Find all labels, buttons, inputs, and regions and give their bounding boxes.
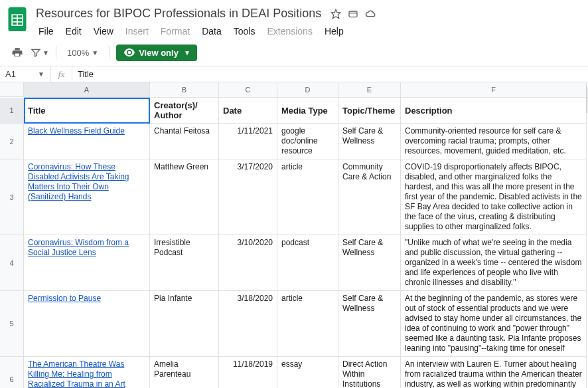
toolbar-separator bbox=[56, 46, 56, 59]
doc-title[interactable]: Resources for BIPOC Professionals in DEA… bbox=[33, 5, 324, 22]
menubar: File Edit View Insert Format Data Tools … bbox=[33, 23, 583, 39]
cell-F3[interactable]: COVID-19 disproportionately affects BIPO… bbox=[401, 159, 587, 235]
filter-icon bbox=[31, 47, 41, 58]
name-box[interactable]: A1 bbox=[0, 69, 32, 79]
cell-F2[interactable]: Community-oriented resource for self car… bbox=[401, 124, 587, 159]
print-icon bbox=[11, 47, 23, 58]
star-icon[interactable] bbox=[331, 9, 341, 19]
name-fx-bar: A1 ▼ fx Title bbox=[0, 66, 588, 82]
cell-C1[interactable]: Date bbox=[219, 98, 277, 124]
cell-E6[interactable]: Direct Action Within Institutions bbox=[338, 357, 401, 388]
cell-C6[interactable]: 11/18/2019 bbox=[219, 357, 277, 388]
row-header-6[interactable]: 6 bbox=[0, 357, 24, 388]
cell-E5[interactable]: Self Care & Wellness bbox=[338, 291, 401, 357]
col-header-b[interactable]: B bbox=[150, 82, 219, 98]
fx-label: fx bbox=[50, 66, 72, 82]
cell-E3[interactable]: Community Care & Action bbox=[338, 159, 401, 235]
cell-D4[interactable]: podcast bbox=[277, 235, 338, 291]
svg-marker-5 bbox=[332, 9, 340, 18]
row-header-4[interactable]: 4 bbox=[0, 235, 24, 291]
svg-rect-6 bbox=[349, 11, 357, 17]
col-header-e[interactable]: E bbox=[338, 82, 401, 98]
col-header-d[interactable]: D bbox=[277, 82, 338, 98]
link[interactable]: Permission to Pause bbox=[28, 294, 101, 303]
cell-B2[interactable]: Chantal Feitosa bbox=[150, 124, 219, 159]
cell-A5[interactable]: Permission to Pause bbox=[24, 291, 150, 357]
cell-F1[interactable]: Description bbox=[401, 98, 587, 124]
cell-B4[interactable]: Irresistible Podcast bbox=[150, 235, 219, 291]
cell-F6[interactable]: An interview with Lauren E. Turner about… bbox=[401, 357, 587, 388]
eye-icon bbox=[124, 48, 135, 56]
link[interactable]: The American Theatre Was Killing Me: Hea… bbox=[28, 359, 125, 388]
row-header-1[interactable]: 1 bbox=[0, 98, 24, 124]
cell-C5[interactable]: 3/18/2020 bbox=[219, 291, 277, 357]
print-button[interactable] bbox=[8, 43, 27, 62]
cell-D3[interactable]: article bbox=[277, 159, 338, 235]
cell-B6[interactable]: Amelia Parenteau bbox=[150, 357, 219, 388]
chevron-down-icon: ▼ bbox=[92, 49, 98, 56]
menu-extensions: Extensions bbox=[261, 23, 317, 39]
menu-insert: Insert bbox=[120, 23, 154, 39]
col-header-f[interactable]: F bbox=[401, 82, 587, 98]
cell-F5[interactable]: At the beginning of the pandemic, as sto… bbox=[401, 291, 587, 357]
row-header-5[interactable]: 5 bbox=[0, 291, 24, 357]
cell-B3[interactable]: Matthew Green bbox=[150, 159, 219, 235]
menu-file[interactable]: File bbox=[33, 23, 59, 39]
title-area: Resources for BIPOC Professionals in DEA… bbox=[33, 4, 583, 39]
cell-D5[interactable]: article bbox=[277, 291, 338, 357]
cloud-status-icon[interactable] bbox=[365, 9, 377, 19]
cell-A1[interactable]: Title bbox=[24, 98, 150, 124]
cell-A6[interactable]: The American Theatre Was Killing Me: Hea… bbox=[24, 357, 150, 388]
cell-A3[interactable]: Coronavirus: How These Disabled Activist… bbox=[24, 159, 150, 235]
name-box-dropdown[interactable]: ▼ bbox=[32, 70, 50, 78]
view-only-label: View only bbox=[139, 48, 179, 58]
menu-format: Format bbox=[155, 23, 195, 39]
zoom-dropdown[interactable]: 100% ▼ bbox=[63, 45, 102, 60]
cell-B1[interactable]: Creator(s)/ Author bbox=[150, 98, 219, 124]
cell-C3[interactable]: 3/17/2020 bbox=[219, 159, 277, 235]
view-only-button[interactable]: View only ▼ bbox=[116, 45, 197, 61]
menu-help[interactable]: Help bbox=[319, 23, 349, 39]
link[interactable]: Coronavirus: How These Disabled Activist… bbox=[28, 162, 129, 201]
toolbar: ▼ 100% ▼ View only ▼ bbox=[0, 39, 588, 66]
toolbar-separator bbox=[109, 46, 110, 59]
cell-E2[interactable]: Self Care & Wellness bbox=[338, 124, 401, 159]
link[interactable]: Black Wellness Field Guide bbox=[28, 126, 125, 136]
row-header-3[interactable]: 3 bbox=[0, 159, 24, 235]
cell-A2[interactable]: Black Wellness Field Guide bbox=[24, 124, 150, 159]
cell-D6[interactable]: essay bbox=[277, 357, 338, 388]
filter-button[interactable]: ▼ bbox=[31, 43, 49, 62]
sheets-icon bbox=[8, 7, 27, 31]
cell-E1[interactable]: Topic/Theme bbox=[338, 98, 401, 124]
app-header: Resources for BIPOC Professionals in DEA… bbox=[0, 0, 588, 39]
menu-data[interactable]: Data bbox=[196, 23, 227, 39]
col-header-a[interactable]: A bbox=[24, 82, 150, 98]
cell-D1[interactable]: Media Type bbox=[277, 98, 338, 124]
select-all-corner[interactable] bbox=[0, 82, 24, 97]
formula-bar[interactable]: Title bbox=[72, 69, 94, 79]
menu-view[interactable]: View bbox=[88, 23, 119, 39]
sheets-logo[interactable] bbox=[5, 5, 29, 33]
menu-edit[interactable]: Edit bbox=[60, 23, 87, 39]
move-to-drive-icon[interactable] bbox=[348, 9, 358, 19]
link[interactable]: Coronavirus: Wisdom from a Social Justic… bbox=[28, 238, 129, 257]
menu-tools[interactable]: Tools bbox=[228, 23, 261, 39]
cell-F4[interactable]: "Unlike much of what we're seeing in the… bbox=[401, 235, 587, 291]
spreadsheet-grid: A B C D E F 1 Title Creator(s)/ Author D… bbox=[0, 82, 588, 388]
chevron-down-icon: ▼ bbox=[184, 49, 190, 56]
chevron-down-icon: ▼ bbox=[42, 49, 49, 56]
cell-E4[interactable]: Self Care & Wellness bbox=[338, 235, 401, 291]
cell-D2[interactable]: google doc/online resource bbox=[277, 124, 338, 159]
cell-A4[interactable]: Coronavirus: Wisdom from a Social Justic… bbox=[24, 235, 150, 291]
row-header-2[interactable]: 2 bbox=[0, 124, 24, 159]
cell-B5[interactable]: Pia Infante bbox=[150, 291, 219, 357]
cell-C4[interactable]: 3/10/2020 bbox=[219, 235, 277, 291]
cell-C2[interactable]: 1/11/2021 bbox=[219, 124, 277, 159]
col-header-c[interactable]: C bbox=[219, 82, 277, 98]
zoom-value: 100% bbox=[67, 48, 89, 58]
